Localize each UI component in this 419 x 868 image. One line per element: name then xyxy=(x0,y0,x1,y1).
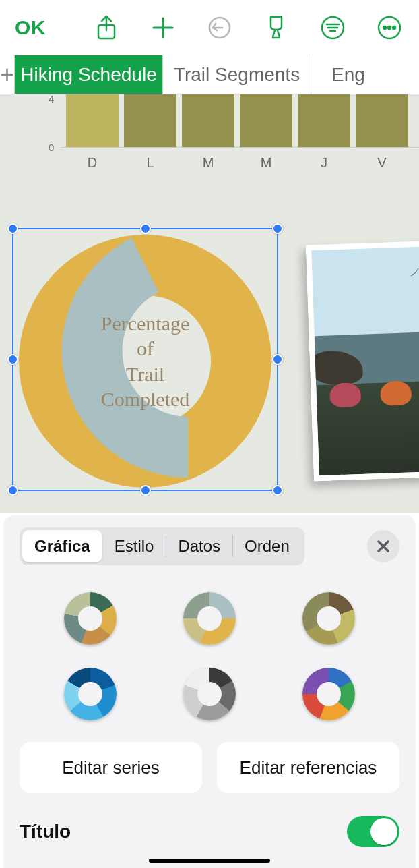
undo-icon xyxy=(205,13,234,42)
x-label-M1: M xyxy=(182,155,234,171)
title-toggle[interactable] xyxy=(347,816,399,847)
photo-thumbnail[interactable]: ୵ xyxy=(306,241,419,482)
chart-style-6[interactable] xyxy=(302,668,355,720)
bar-V xyxy=(356,94,408,147)
add-sheet-button[interactable]: + xyxy=(0,55,15,94)
x-label-J: J xyxy=(298,155,350,171)
more-icon[interactable] xyxy=(375,13,404,42)
resize-handle-ne[interactable] xyxy=(272,223,283,234)
chart-style-4[interactable] xyxy=(64,668,117,720)
chart-style-1[interactable] xyxy=(64,592,117,645)
tab-eng[interactable]: Eng xyxy=(311,55,419,94)
resize-handle-se[interactable] xyxy=(272,485,283,496)
bar-chart-fragment: 4 0 D L M M J V xyxy=(0,94,419,172)
chart-style-5[interactable] xyxy=(183,668,236,720)
svg-point-5 xyxy=(388,26,391,29)
title-row-label: Título xyxy=(20,821,71,842)
bar-D xyxy=(66,94,119,147)
add-icon[interactable] xyxy=(148,13,178,42)
chart-style-grid xyxy=(3,565,416,739)
chart-style-3[interactable] xyxy=(302,592,355,645)
format-panel: Gráfica Estilo Datos Orden Editar series… xyxy=(3,515,416,868)
svg-point-4 xyxy=(383,26,386,29)
panel-segmented-control: Gráfica Estilo Datos Orden xyxy=(20,527,304,565)
bar-M2 xyxy=(240,94,292,147)
organize-icon[interactable] xyxy=(318,13,348,42)
x-label-D: D xyxy=(66,155,119,171)
x-label-L: L xyxy=(124,155,176,171)
resize-handle-n[interactable] xyxy=(140,223,151,234)
y-tick-0: 0 xyxy=(49,142,54,153)
close-panel-button[interactable] xyxy=(367,530,399,562)
share-icon[interactable] xyxy=(92,13,121,42)
tab-trail-segments[interactable]: Trail Segments xyxy=(163,55,311,94)
segment-orden[interactable]: Orden xyxy=(232,530,302,562)
y-tick-4: 4 xyxy=(49,94,54,105)
resize-handle-sw[interactable] xyxy=(7,485,18,496)
resize-handle-nw[interactable] xyxy=(7,223,18,234)
x-label-V: V xyxy=(356,155,408,171)
home-indicator xyxy=(149,859,270,863)
resize-handle-s[interactable] xyxy=(140,485,151,496)
top-toolbar: OK xyxy=(0,0,419,55)
segment-grafica[interactable]: Gráfica xyxy=(22,530,102,562)
edit-references-button[interactable]: Editar referencias xyxy=(217,742,399,793)
format-brush-icon[interactable] xyxy=(261,13,291,42)
svg-point-6 xyxy=(393,26,395,29)
tab-hiking-schedule[interactable]: Hiking Schedule xyxy=(15,55,163,94)
bar-M1 xyxy=(182,94,234,147)
selection-bounding-box[interactable] xyxy=(12,228,278,491)
resize-handle-e[interactable] xyxy=(272,354,283,365)
sheet-tabs: + Hiking Schedule Trail Segments Eng xyxy=(0,55,419,94)
chart-style-2[interactable] xyxy=(183,592,236,645)
resize-handle-w[interactable] xyxy=(7,354,18,365)
sheet-canvas[interactable]: 4 0 D L M M J V Percentage of Trail Comp… xyxy=(0,94,419,513)
edit-series-button[interactable]: Editar series xyxy=(20,742,202,793)
x-label-M2: M xyxy=(240,155,292,171)
segment-estilo[interactable]: Estilo xyxy=(102,530,166,562)
segment-datos[interactable]: Datos xyxy=(166,530,232,562)
bar-L xyxy=(124,94,176,147)
ok-button[interactable]: OK xyxy=(15,16,46,39)
bar-J xyxy=(298,94,350,147)
